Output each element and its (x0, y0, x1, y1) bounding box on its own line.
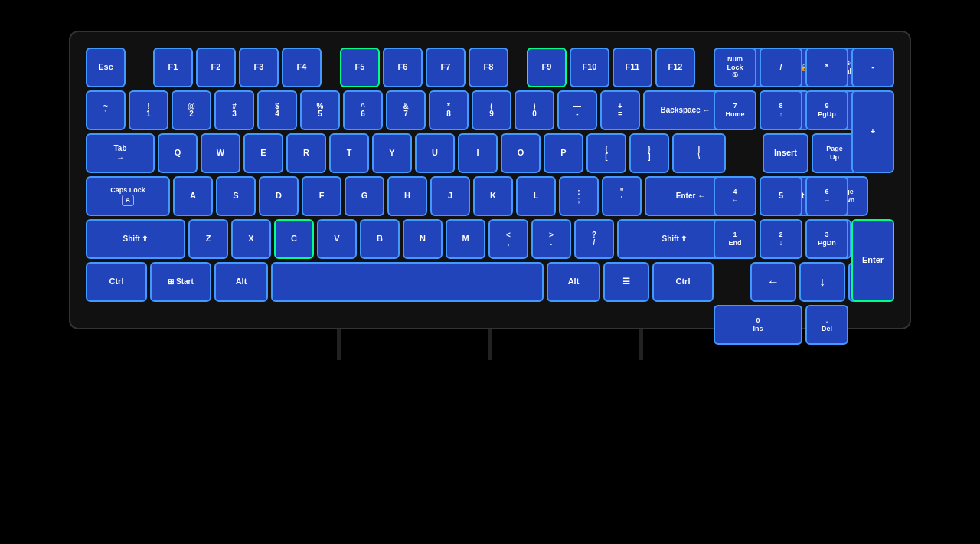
key-s[interactable]: S (216, 176, 256, 216)
key-alt-right[interactable]: Alt (547, 262, 600, 302)
key-8[interactable]: *8 (429, 90, 469, 130)
key-semicolon[interactable]: :; (559, 176, 599, 216)
numpad-row-5: 0Ins .Del (714, 305, 894, 345)
key-t[interactable]: T (329, 133, 369, 173)
key-0[interactable]: )0 (514, 90, 554, 130)
key-start[interactable]: ⊞ Start (150, 262, 211, 302)
key-ctrl-left[interactable]: Ctrl (86, 262, 147, 302)
key-quote[interactable]: "' (602, 176, 642, 216)
key-np5[interactable]: 5 (760, 176, 802, 216)
key-tab[interactable]: Tab→ (86, 133, 155, 173)
key-f[interactable]: F (302, 176, 341, 216)
key-f8[interactable]: F8 (469, 48, 508, 87)
key-q[interactable]: Q (158, 133, 198, 173)
key-f11[interactable]: F11 (612, 48, 652, 87)
key-np-plus[interactable]: + (851, 90, 894, 173)
key-np-minus[interactable]: - (851, 48, 894, 87)
key-np2[interactable]: 2↓ (760, 219, 802, 259)
key-l[interactable]: L (516, 176, 556, 216)
key-r[interactable]: R (286, 133, 326, 173)
key-n[interactable]: N (403, 219, 443, 259)
key-7[interactable]: &7 (386, 90, 426, 130)
numpad-row-3: 4← 5 6→ (714, 176, 894, 216)
key-u[interactable]: U (415, 133, 455, 173)
key-np-enter[interactable]: Enter (851, 219, 894, 302)
key-np9[interactable]: 9PgUp (805, 90, 848, 130)
key-6[interactable]: ^6 (343, 90, 383, 130)
key-f6[interactable]: F6 (383, 48, 423, 87)
key-g[interactable]: G (345, 176, 384, 216)
key-o[interactable]: O (501, 133, 541, 173)
key-x[interactable]: X (231, 219, 271, 259)
key-f12[interactable]: F12 (655, 48, 695, 87)
key-m[interactable]: M (446, 219, 485, 259)
keyboard-legs (260, 329, 720, 360)
key-j[interactable]: J (430, 176, 470, 216)
key-capslock[interactable]: Caps LockA (86, 176, 170, 216)
key-esc[interactable]: Esc (86, 48, 126, 87)
key-w[interactable]: W (201, 133, 240, 173)
key-np6[interactable]: 6→ (805, 176, 848, 216)
key-ctrl-right[interactable]: Ctrl (652, 262, 714, 302)
key-np7[interactable]: 7Home (714, 90, 756, 130)
key-np-multiply[interactable]: * (805, 48, 848, 87)
key-comma[interactable]: <, (488, 219, 528, 259)
keyboard-container: Esc F1 F2 F3 F4 F5 F6 F7 F8 F9 F10 F11 F… (69, 31, 911, 329)
key-alt-left[interactable]: Alt (214, 262, 268, 302)
key-c[interactable]: C (274, 219, 314, 259)
key-d[interactable]: D (259, 176, 299, 216)
key-period[interactable]: >. (531, 219, 571, 259)
key-v[interactable]: V (317, 219, 357, 259)
key-f4[interactable]: F4 (282, 48, 322, 87)
key-minus[interactable]: —- (557, 90, 597, 130)
key-np0[interactable]: 0Ins (714, 305, 802, 345)
key-5[interactable]: %5 (300, 90, 340, 130)
key-f5[interactable]: F5 (340, 48, 380, 87)
numpad-row-2: 7Home 8↑ 9PgUp + (714, 90, 894, 173)
key-numlock[interactable]: NumLock① (714, 48, 756, 87)
key-equals[interactable]: += (600, 90, 640, 130)
key-space[interactable] (271, 262, 544, 302)
leg-right (639, 329, 643, 360)
key-f3[interactable]: F3 (239, 48, 279, 87)
key-p[interactable]: P (544, 133, 583, 173)
key-a[interactable]: A (173, 176, 213, 216)
numpad: NumLock① / * - 7Home 8↑ 9PgUp + 4← 5 6→ … (714, 48, 894, 348)
key-f7[interactable]: F7 (426, 48, 466, 87)
key-k[interactable]: K (473, 176, 513, 216)
leg-middle (488, 329, 492, 360)
key-rbracket[interactable]: }] (629, 133, 669, 173)
key-3[interactable]: #3 (214, 90, 254, 130)
key-shift-left[interactable]: Shift ⇧ (86, 219, 185, 259)
key-np1[interactable]: 1End (714, 219, 756, 259)
key-f2[interactable]: F2 (196, 48, 236, 87)
key-np-slash[interactable]: / (760, 48, 802, 87)
key-i[interactable]: I (458, 133, 498, 173)
key-f1[interactable]: F1 (153, 48, 193, 87)
key-9[interactable]: (9 (472, 90, 511, 130)
key-slash[interactable]: ?/ (574, 219, 614, 259)
key-np4[interactable]: 4← (714, 176, 756, 216)
key-y[interactable]: Y (372, 133, 412, 173)
key-b[interactable]: B (360, 219, 400, 259)
key-np8[interactable]: 8↑ (760, 90, 802, 130)
key-z[interactable]: Z (188, 219, 228, 259)
key-1[interactable]: !1 (129, 90, 168, 130)
key-np3[interactable]: 3PgDn (805, 219, 848, 259)
numpad-row-4: 1End 2↓ 3PgDn Enter (714, 219, 894, 302)
key-f9[interactable]: F9 (527, 48, 567, 87)
key-tilde[interactable]: ~` (86, 90, 126, 130)
key-lbracket[interactable]: {[ (586, 133, 626, 173)
key-4[interactable]: $4 (257, 90, 297, 130)
key-2[interactable]: @2 (172, 90, 211, 130)
key-menu[interactable]: ☰ (603, 262, 649, 302)
key-h[interactable]: H (387, 176, 427, 216)
leg-left (337, 329, 341, 360)
key-np-dot[interactable]: .Del (805, 305, 848, 345)
key-e[interactable]: E (243, 133, 283, 173)
key-f10[interactable]: F10 (570, 48, 609, 87)
numpad-row-1: NumLock① / * - (714, 48, 894, 87)
